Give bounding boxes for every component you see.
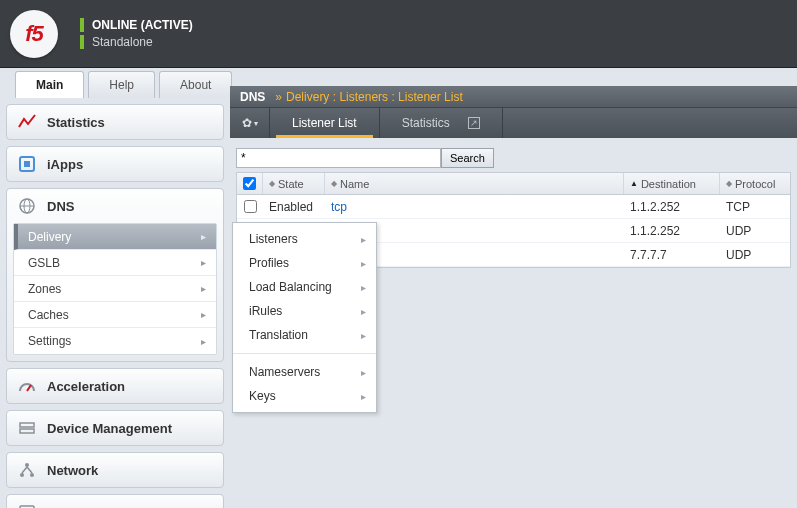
nav-section-dns: DNS Delivery ▸ GSLB ▸ Zones ▸ xyxy=(6,188,224,362)
sub-settings[interactable]: Settings ▸ xyxy=(14,328,216,354)
status-indicator-icon xyxy=(80,18,84,32)
col-destination[interactable]: ▲Destination xyxy=(624,173,720,194)
subtab-statistics[interactable]: Statistics ↗ xyxy=(380,108,503,138)
crumb-path: Delivery : Listeners : Listener List xyxy=(286,90,463,104)
col-name[interactable]: ◆Name xyxy=(325,173,624,194)
chevron-right-icon: ▸ xyxy=(361,330,366,341)
brand-logo-text: f5 xyxy=(25,21,43,47)
nav-head-dns[interactable]: DNS xyxy=(7,189,223,223)
sub-label: Settings xyxy=(28,334,71,348)
statistics-icon xyxy=(17,112,37,132)
search-button[interactable]: Search xyxy=(441,148,494,168)
left-navigation: Statistics iApps DNS xyxy=(0,98,230,508)
cell-dest: 1.1.2.252 xyxy=(630,224,680,238)
chevron-right-icon: ▸ xyxy=(201,257,206,268)
fly-keys[interactable]: Keys▸ xyxy=(233,384,376,408)
sub-label: Caches xyxy=(28,308,69,322)
col-protocol[interactable]: ◆Protocol xyxy=(720,173,790,194)
sub-label: GSLB xyxy=(28,256,60,270)
fly-translation[interactable]: Translation▸ xyxy=(233,323,376,347)
crumb-module: DNS xyxy=(240,90,265,104)
delivery-flyout-menu: Listeners▸ Profiles▸ Load Balancing▸ iRu… xyxy=(232,222,377,413)
nav-label: Device Management xyxy=(47,421,172,436)
col-checkbox[interactable] xyxy=(237,173,263,194)
cell-proto: UDP xyxy=(726,224,751,238)
fly-irules[interactable]: iRules▸ xyxy=(233,299,376,323)
nav-section-statistics[interactable]: Statistics xyxy=(6,104,224,140)
chevron-right-icon: ▸ xyxy=(361,306,366,317)
nav-section-iapps[interactable]: iApps xyxy=(6,146,224,182)
tab-main[interactable]: Main xyxy=(15,71,84,98)
svg-rect-6 xyxy=(20,423,34,427)
crumb-sep: » xyxy=(275,90,282,104)
search-input[interactable] xyxy=(236,148,441,168)
cell-name-link[interactable]: tcp xyxy=(331,200,347,214)
status-indicator-icon xyxy=(80,35,84,49)
chevron-right-icon: ▸ xyxy=(201,309,206,320)
sub-zones[interactable]: Zones ▸ xyxy=(14,276,216,302)
col-state[interactable]: ◆State xyxy=(263,173,325,194)
chevron-right-icon: ▸ xyxy=(361,367,366,378)
row-checkbox[interactable] xyxy=(244,200,257,213)
tab-about[interactable]: About xyxy=(159,71,232,98)
chevron-right-icon: ▸ xyxy=(361,234,366,245)
device-icon xyxy=(17,418,37,438)
iapps-icon xyxy=(17,154,37,174)
nav-section-network[interactable]: Network xyxy=(6,452,224,488)
svg-rect-1 xyxy=(24,161,30,167)
status-online: ONLINE (ACTIVE) xyxy=(92,18,193,32)
cell-proto: TCP xyxy=(726,200,750,214)
gauge-icon xyxy=(17,376,37,396)
sort-icon: ◆ xyxy=(269,179,275,188)
fly-load-balancing[interactable]: Load Balancing▸ xyxy=(233,275,376,299)
svg-line-5 xyxy=(27,385,31,391)
chevron-right-icon: ▸ xyxy=(201,283,206,294)
sub-gslb[interactable]: GSLB ▸ xyxy=(14,250,216,276)
sub-caches[interactable]: Caches ▸ xyxy=(14,302,216,328)
chevron-down-icon: ▾ xyxy=(254,119,258,128)
status-block: ONLINE (ACTIVE) Standalone xyxy=(80,15,193,52)
sub-delivery[interactable]: Delivery ▸ xyxy=(14,224,216,250)
cell-dest: 1.1.2.252 xyxy=(630,200,680,214)
tab-help[interactable]: Help xyxy=(88,71,155,98)
svg-point-9 xyxy=(30,473,34,477)
popout-icon[interactable]: ↗ xyxy=(468,117,480,129)
table-row[interactable]: Enabled tcp 1.1.2.252 TCP xyxy=(237,195,790,219)
cell-proto: UDP xyxy=(726,248,751,262)
nav-section-acceleration[interactable]: Acceleration xyxy=(6,368,224,404)
grid-header: ◆State ◆Name ▲Destination ◆Protocol xyxy=(237,173,790,195)
sub-label: Delivery xyxy=(28,230,71,244)
globe-icon xyxy=(17,196,37,216)
cell-state: Enabled xyxy=(269,200,313,214)
search-row: Search xyxy=(236,148,791,168)
gear-menu-button[interactable]: ✿ ▾ xyxy=(230,108,270,138)
nav-section-system[interactable]: System xyxy=(6,494,224,508)
sort-asc-icon: ▲ xyxy=(630,179,638,188)
top-banner: f5 ONLINE (ACTIVE) Standalone xyxy=(0,0,797,68)
system-icon xyxy=(17,502,37,508)
sort-icon: ◆ xyxy=(331,179,337,188)
fly-profiles[interactable]: Profiles▸ xyxy=(233,251,376,275)
chevron-right-icon: ▸ xyxy=(361,258,366,269)
subtab-listener-list[interactable]: Listener List xyxy=(270,108,380,138)
fly-nameservers[interactable]: Nameservers▸ xyxy=(233,360,376,384)
select-all-checkbox[interactable] xyxy=(243,177,256,190)
flyout-divider xyxy=(233,353,376,354)
fly-listeners[interactable]: Listeners▸ xyxy=(233,227,376,251)
chevron-right-icon: ▸ xyxy=(201,336,206,347)
breadcrumb: DNS » Delivery : Listeners : Listener Li… xyxy=(230,86,797,108)
chevron-right-icon: ▸ xyxy=(201,231,206,242)
nav-label: Network xyxy=(47,463,98,478)
nav-section-device-mgmt[interactable]: Device Management xyxy=(6,410,224,446)
nav-label: Acceleration xyxy=(47,379,125,394)
gear-icon: ✿ xyxy=(242,116,252,130)
chevron-right-icon: ▸ xyxy=(361,282,366,293)
network-icon xyxy=(17,460,37,480)
svg-point-8 xyxy=(20,473,24,477)
sort-icon: ◆ xyxy=(726,179,732,188)
chevron-right-icon: ▸ xyxy=(361,391,366,402)
svg-point-10 xyxy=(25,463,29,467)
nav-label: Statistics xyxy=(47,115,105,130)
cell-dest: 7.7.7.7 xyxy=(630,248,667,262)
dns-submenu: Delivery ▸ GSLB ▸ Zones ▸ Caches ▸ xyxy=(13,223,217,355)
